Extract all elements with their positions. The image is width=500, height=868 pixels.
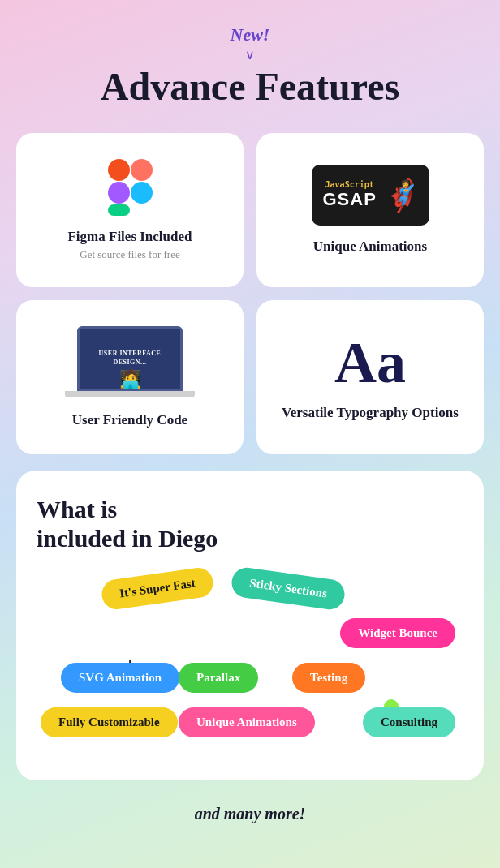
chevron-down-icon: ∨	[16, 47, 484, 62]
gsap-card-title: Unique Animations	[313, 238, 427, 255]
gsap-badge: JavaScript GSAP 🦸	[312, 165, 429, 226]
laptop-card: USER INTERFACEDESIGN... 🧑‍💻 User Friendl…	[16, 300, 244, 454]
tag-svg-animation: SVG Animation	[61, 663, 179, 693]
tag-sticky-sections: Sticky Sections	[230, 565, 347, 611]
gsap-figure-icon: 🦸	[383, 180, 421, 211]
tag-widget-bounce: Widget Bounce	[340, 618, 455, 648]
figma-card: Figma Files Included Get source files fo…	[16, 133, 244, 287]
typo-card-title: Versatile Typography Options	[282, 405, 459, 421]
page-title: Advance Features	[16, 66, 484, 109]
laptop-base	[65, 391, 195, 397]
gsap-card: JavaScript GSAP 🦸 Unique Animations	[256, 133, 484, 287]
typo-icon-area: Aa	[334, 333, 406, 392]
page-wrapper: New! ∨ Advance Features Figma Files Incl…	[0, 0, 500, 856]
tag-consulting: Consulting	[363, 707, 455, 737]
feature-cards-grid: Figma Files Included Get source files fo…	[16, 133, 484, 454]
svg-rect-3	[108, 204, 130, 216]
gsap-text: JavaScript GSAP	[323, 180, 377, 210]
laptop-illustration: USER INTERFACEDESIGN... 🧑‍💻	[61, 326, 199, 399]
svg-rect-0	[108, 159, 130, 181]
gsap-main-label: GSAP	[323, 189, 377, 210]
typo-display: Aa	[334, 333, 406, 392]
figma-card-title: Figma Files Included	[67, 229, 192, 245]
included-section: What is included in Diego ✳ It's Super F…	[16, 471, 484, 780]
svg-point-4	[131, 182, 153, 204]
gsap-js-label: JavaScript	[323, 180, 377, 189]
tag-testing: Testing	[292, 663, 365, 693]
new-label: New!	[231, 24, 270, 45]
header: New! ∨ Advance Features	[16, 24, 484, 109]
screen-figure-icon: 🧑‍💻	[119, 369, 141, 390]
tag-super-fast: It's Super Fast	[100, 565, 215, 611]
laptop-card-title: User Friendly Code	[72, 412, 188, 428]
laptop-icon-area: USER INTERFACEDESIGN... 🧑‍💻	[61, 326, 199, 399]
tag-parallax: Parallax	[179, 663, 258, 693]
tags-area: ✳ It's Super Fast Sticky Sections Widget…	[37, 574, 463, 752]
typo-card: Aa Versatile Typography Options	[256, 300, 484, 454]
figma-card-subtitle: Get source files for free	[80, 248, 179, 261]
figma-icon-area	[108, 159, 153, 216]
figma-icon	[108, 159, 153, 216]
svg-rect-1	[131, 159, 153, 181]
laptop-screen: USER INTERFACEDESIGN... 🧑‍💻	[77, 326, 183, 391]
gsap-icon-area: JavaScript GSAP 🦸	[312, 165, 429, 226]
included-title: What is included in Diego	[37, 495, 463, 553]
tag-fully-customizable: Fully Customizable	[41, 707, 178, 737]
tag-unique-animations: Unique Animations	[179, 707, 315, 737]
svg-rect-2	[108, 182, 130, 204]
screen-label: USER INTERFACEDESIGN...	[96, 346, 165, 370]
footer-text: and many more!	[16, 805, 484, 823]
